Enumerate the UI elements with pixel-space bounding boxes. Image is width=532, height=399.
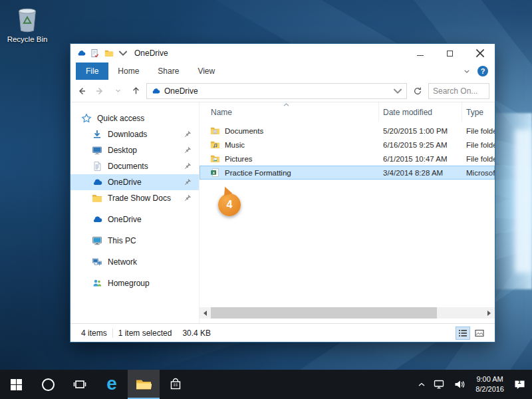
- maximize-button[interactable]: [435, 44, 465, 63]
- cortana-button[interactable]: [32, 370, 64, 399]
- refresh-button[interactable]: [410, 84, 425, 98]
- edge-button[interactable]: e: [96, 370, 128, 399]
- action-center-button[interactable]: 1: [512, 370, 527, 399]
- sidebar-item-desktop[interactable]: Desktop: [70, 142, 199, 158]
- scroll-right-icon: [487, 311, 491, 316]
- sidebar-item-trade-show-docs[interactable]: Trade Show Docs: [70, 190, 199, 206]
- status-selection-summary: 1 item selected: [113, 329, 178, 338]
- file-name-cell: Documents: [200, 126, 379, 136]
- back-button[interactable]: [74, 84, 89, 98]
- address-breadcrumb[interactable]: OneDrive: [146, 83, 407, 99]
- sidebar-item-homegroup[interactable]: Homegroup: [70, 275, 199, 291]
- close-icon: [475, 49, 485, 58]
- column-header-type[interactable]: Type: [462, 102, 495, 122]
- documents-icon: [92, 161, 102, 172]
- pin-icon: [184, 179, 191, 186]
- chevron-up-icon: [418, 382, 425, 386]
- file-type: File folder: [462, 141, 495, 149]
- forward-button[interactable]: [92, 84, 107, 98]
- column-header-name[interactable]: Name: [200, 102, 379, 122]
- task-view-button[interactable]: [64, 370, 96, 399]
- sidebar-item-quick-access[interactable]: Quick access: [70, 110, 199, 126]
- sidebar-item-label: Desktop: [108, 146, 137, 155]
- desktop: Recycle Bin OneDrive: [0, 0, 532, 370]
- ribbon-expand-chevron-icon[interactable]: [464, 70, 469, 73]
- sidebar-item-label: OneDrive: [108, 215, 142, 224]
- close-button[interactable]: [465, 44, 495, 63]
- store-button[interactable]: [160, 370, 192, 399]
- notification-badge: 1: [512, 378, 527, 385]
- tab-home[interactable]: Home: [108, 63, 148, 80]
- excel-file-icon: X: [210, 168, 220, 178]
- sidebar-item-documents[interactable]: Documents: [70, 158, 199, 174]
- hscroll-track[interactable]: [211, 307, 483, 319]
- tab-view[interactable]: View: [188, 63, 224, 80]
- pin-icon: [184, 163, 191, 170]
- taskbar-clock[interactable]: 9:00 AM 8/2/2016: [473, 374, 506, 395]
- file-row-documents[interactable]: Documents5/20/2015 1:00 PMFile folder: [200, 124, 495, 138]
- status-bar: 4 items 1 item selected 30.4 KB: [70, 323, 495, 342]
- sidebar-item-network[interactable]: Network: [70, 254, 199, 270]
- up-button[interactable]: [128, 84, 143, 98]
- sidebar-item-label: Documents: [108, 162, 148, 171]
- sidebar-item-onedrive[interactable]: OneDrive: [70, 211, 199, 227]
- help-button[interactable]: ?: [477, 66, 488, 76]
- qat-customize-chevron-icon[interactable]: [118, 49, 128, 58]
- search-box[interactable]: [428, 83, 489, 99]
- sidebar-item-label: Downloads: [108, 130, 147, 139]
- tab-share[interactable]: Share: [148, 63, 188, 80]
- file-explorer-button[interactable]: [128, 370, 160, 399]
- sidebar-item-this-pc[interactable]: This PC: [70, 233, 199, 249]
- file-name: Documents: [225, 127, 263, 135]
- show-hidden-icons-button[interactable]: [417, 370, 426, 399]
- speaker-icon: [454, 380, 466, 389]
- search-input[interactable]: [433, 86, 485, 96]
- file-row-pictures[interactable]: Pictures6/1/2015 10:47 AMFile folder: [200, 152, 495, 166]
- sidebar-item-downloads[interactable]: Downloads: [70, 126, 199, 142]
- file-row-music[interactable]: Music6/16/2015 9:25 AMFile folder: [200, 138, 495, 152]
- file-name: Practice Formatting: [225, 169, 291, 177]
- file-date-modified: 3/4/2014 8:28 AM: [379, 169, 462, 177]
- recycle-bin[interactable]: Recycle Bin: [5, 5, 49, 43]
- recent-locations-chevron[interactable]: [110, 84, 125, 98]
- pin-icon: [184, 131, 191, 138]
- file-name: Pictures: [225, 155, 253, 163]
- folder-music-icon: [210, 140, 220, 150]
- address-dropdown-chevron-icon[interactable]: [393, 86, 402, 96]
- hscroll-thumb[interactable]: [211, 307, 437, 319]
- clock-date: 8/2/2016: [475, 384, 504, 394]
- recycle-bin-icon: [15, 5, 40, 33]
- column-headers: Name Date modified Type: [200, 102, 495, 122]
- file-explorer-icon: [136, 378, 152, 391]
- this-pc-icon: [92, 235, 102, 246]
- ribbon-tab-bar: File Home Share View ?: [70, 63, 495, 80]
- sidebar-item-label: Quick access: [97, 114, 144, 123]
- pin-icon: [184, 195, 191, 202]
- file-list-rows: Documents5/20/2015 1:00 PMFile folderMus…: [200, 124, 495, 180]
- hscroll-left-button[interactable]: [200, 307, 211, 319]
- thumbnail-view-button[interactable]: [472, 327, 487, 340]
- pin-icon: [184, 147, 191, 154]
- folder-documents-icon: [210, 126, 220, 136]
- network-status-button[interactable]: [432, 370, 447, 399]
- breadcrumb-segment[interactable]: OneDrive: [164, 86, 198, 96]
- details-view-button[interactable]: [456, 327, 470, 340]
- sidebar-item-label: Homegroup: [108, 279, 150, 288]
- quick-access-icon: [81, 113, 92, 124]
- horizontal-scrollbar[interactable]: [200, 307, 495, 319]
- file-date-modified: 6/16/2015 9:25 AM: [379, 141, 462, 149]
- new-folder-icon[interactable]: [104, 49, 114, 58]
- cortana-icon: [42, 378, 55, 391]
- network-icon: [434, 380, 446, 389]
- start-button[interactable]: [0, 370, 32, 399]
- sidebar-item-onedrive[interactable]: OneDrive: [70, 174, 199, 190]
- column-header-date-modified[interactable]: Date modified: [379, 102, 462, 122]
- volume-button[interactable]: [453, 370, 467, 399]
- file-row-practice-formatting[interactable]: XPractice Formatting3/4/2014 8:28 AMMicr…: [200, 166, 495, 180]
- minimize-button[interactable]: [405, 44, 435, 63]
- hscroll-right-button[interactable]: [483, 307, 495, 319]
- properties-icon[interactable]: [90, 49, 100, 58]
- tab-file[interactable]: File: [76, 63, 108, 80]
- window-titlebar[interactable]: OneDrive: [70, 44, 495, 63]
- onedrive-window-icon[interactable]: [76, 49, 86, 58]
